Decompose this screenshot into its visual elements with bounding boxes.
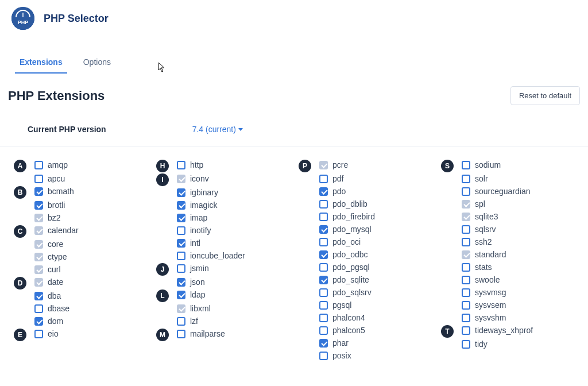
extension-row: Ttideways_xhprof (441, 324, 574, 338)
letter-group-s: Ssodiumsolrsourceguardiansplsqlite3sqlsr… (441, 159, 574, 324)
extension-item: ctype (34, 250, 67, 263)
extension-checkbox-tidy[interactable] (462, 340, 470, 349)
extension-checkbox-intl[interactable] (177, 239, 185, 248)
extension-label: standard (475, 250, 506, 259)
extension-checkbox-ssh2[interactable] (462, 238, 470, 246)
extension-checkbox-sysvmsg[interactable] (462, 288, 470, 297)
extension-item: sourceguardian (462, 185, 531, 198)
extension-checkbox-imagick[interactable] (177, 201, 185, 210)
extension-checkbox-posix[interactable] (319, 352, 328, 360)
extension-checkbox-inotify[interactable] (177, 226, 185, 235)
extension-checkbox-json[interactable] (177, 278, 185, 287)
extension-checkbox-tideways_xhprof[interactable] (462, 326, 470, 335)
extension-item: pdo_mysql (319, 223, 372, 236)
extension-checkbox-sourceguardian[interactable] (462, 187, 470, 196)
extension-checkbox-sodium[interactable] (462, 161, 470, 169)
extension-row: Ssodium (441, 159, 574, 172)
extension-checkbox-spl (462, 200, 470, 209)
extension-checkbox-pdf[interactable] (319, 175, 328, 183)
extension-label: sourceguardian (475, 187, 531, 196)
extension-checkbox-sqlsrv[interactable] (462, 225, 470, 234)
extension-item: sysvsem (462, 299, 506, 311)
extension-checkbox-amqp[interactable] (34, 161, 43, 169)
extension-row: sysvsem (441, 299, 574, 311)
extension-row: stats (441, 261, 574, 273)
extension-checkbox-pdo_sqlsrv[interactable] (319, 288, 328, 297)
tab-extensions[interactable]: Extensions (15, 53, 67, 74)
extension-label: libxml (190, 304, 211, 313)
extension-checkbox-mailparse[interactable] (177, 330, 185, 338)
extension-checkbox-pdo_pgsql[interactable] (319, 263, 328, 272)
extension-row: sourceguardian (441, 185, 574, 198)
extension-item: sqlsrv (462, 223, 496, 236)
extension-row: spl (441, 198, 574, 210)
extension-checkbox-sysvshm[interactable] (462, 314, 470, 322)
tab-options[interactable]: Options (79, 53, 115, 74)
extension-checkbox-lzf[interactable] (177, 317, 185, 326)
extension-label: pdo_firebird (332, 212, 375, 221)
extension-row: intl (156, 237, 289, 249)
extension-checkbox-pdo_oci[interactable] (319, 238, 328, 246)
extension-item: ioncube_loader (177, 249, 245, 262)
extension-checkbox-swoole[interactable] (462, 276, 470, 284)
extension-row: phar (299, 337, 432, 349)
extensions-grid: AamqpapcuBbcmathbrotlibz2Ccalendarcorect… (0, 147, 588, 362)
extension-checkbox-core (34, 240, 43, 249)
extension-label: apcu (48, 174, 65, 183)
extension-checkbox-ioncube_loader[interactable] (177, 252, 185, 260)
extension-checkbox-igbinary[interactable] (177, 188, 185, 197)
extension-label: calendar (48, 226, 79, 235)
extension-checkbox-phalcon5[interactable] (319, 326, 328, 335)
version-dropdown[interactable]: 7.4 (current) (192, 125, 243, 134)
extension-checkbox-pdo_mysql[interactable] (319, 225, 328, 234)
extension-row: igbinary (156, 186, 289, 199)
extension-item: sqlite3 (462, 210, 498, 223)
extension-checkbox-pdo_dblib[interactable] (319, 200, 328, 209)
extension-checkbox-stats[interactable] (462, 263, 470, 272)
extension-checkbox-pdo[interactable] (319, 187, 328, 196)
extension-item: bcmath (34, 185, 74, 198)
extension-checkbox-phar[interactable] (319, 339, 328, 348)
extension-checkbox-brotli[interactable] (34, 201, 43, 210)
extension-checkbox-dbase[interactable] (34, 304, 43, 313)
extension-checkbox-sysvsem[interactable] (462, 301, 470, 310)
extension-checkbox-pdo_sqlite[interactable] (319, 276, 328, 284)
extension-checkbox-http[interactable] (177, 161, 185, 169)
extension-checkbox-jsmin[interactable] (177, 264, 185, 273)
extension-checkbox-pdo_odbc[interactable] (319, 250, 328, 259)
extension-checkbox-bcmath[interactable] (34, 187, 43, 196)
letter-group-i: Iiconvigbinaryimagickimapinotifyintlionc… (156, 172, 289, 262)
extension-item: libxml (177, 302, 211, 315)
extension-item: curl (34, 263, 61, 276)
extension-row: ioncube_loader (156, 249, 289, 262)
extension-checkbox-apcu[interactable] (34, 175, 43, 183)
extensions-column: HhttpIiconvigbinaryimagickimapinotifyint… (156, 159, 289, 362)
reset-to-default-button[interactable]: Reset to default (510, 86, 580, 105)
extension-label: mailparse (190, 329, 225, 338)
extension-label: pdf (332, 174, 343, 183)
extension-checkbox-dom[interactable] (34, 317, 43, 326)
extension-checkbox-imap[interactable] (177, 214, 185, 222)
subheader: PHP Extensions Reset to default (0, 74, 588, 109)
extension-row: imagick (156, 199, 289, 211)
extension-checkbox-dba[interactable] (34, 292, 43, 300)
extension-label: solr (475, 174, 488, 183)
extension-label: phalcon5 (332, 326, 365, 335)
extension-label: sysvsem (475, 300, 506, 310)
extension-checkbox-phalcon4[interactable] (319, 314, 328, 322)
page-heading: PHP Extensions (8, 88, 105, 103)
extension-label: sysvmsg (475, 288, 506, 297)
app-title: PHP Selector (44, 13, 109, 25)
extension-checkbox-pgsql[interactable] (319, 301, 328, 310)
extension-checkbox-pdo_firebird[interactable] (319, 213, 328, 221)
extension-checkbox-solr[interactable] (462, 175, 470, 183)
extension-row: curl (14, 263, 147, 276)
extension-item: inotify (177, 224, 211, 237)
extension-label: ctype (48, 252, 67, 261)
extension-item: phalcon5 (319, 324, 365, 337)
extension-checkbox-pcre (319, 161, 328, 169)
extension-row: Iiconv (156, 172, 289, 186)
extension-item: sysvshm (462, 311, 506, 324)
extension-checkbox-ldap[interactable] (177, 291, 185, 299)
extension-checkbox-eio[interactable] (34, 330, 43, 338)
